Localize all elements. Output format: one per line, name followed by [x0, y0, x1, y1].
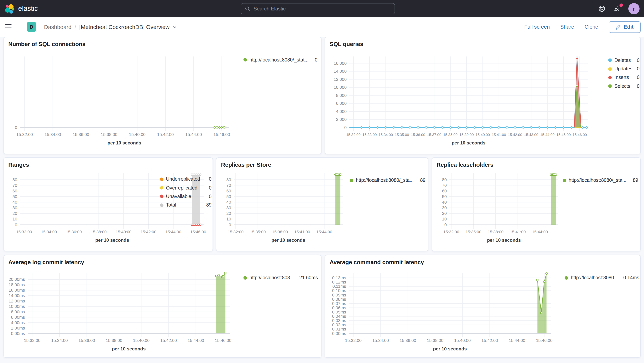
avatar[interactable]: r: [628, 3, 639, 14]
svg-text:15:34:00: 15:34:00: [372, 338, 389, 343]
legend-value: 0: [206, 176, 212, 182]
svg-text:15:35:00: 15:35:00: [395, 133, 409, 137]
svg-text:40: 40: [12, 200, 17, 205]
svg-text:15:40:00: 15:40:00: [476, 133, 490, 137]
svg-text:16,000: 16,000: [334, 61, 347, 66]
svg-text:15:38:00: 15:38:00: [90, 230, 106, 234]
svg-text:0.08ms: 0.08ms: [332, 297, 346, 302]
svg-text:6.00ms: 6.00ms: [11, 315, 25, 320]
page-title[interactable]: [Metricbeat CockroachDB] Overview: [79, 24, 177, 30]
svg-text:per 10 seconds: per 10 seconds: [452, 140, 486, 145]
svg-text:15:36:00: 15:36:00: [411, 133, 425, 137]
legend-value: 21.60ms: [296, 275, 318, 280]
chart-sql-connections[interactable]: 015:32:0015:34:0015:36:0015:38:0015:40:0…: [4, 37, 321, 154]
help-button[interactable]: [598, 5, 605, 12]
svg-text:15:46:00: 15:46:00: [213, 132, 230, 137]
panel-avg-log-commit-latency: Average log commit latency 0.00ms2.00ms4…: [3, 255, 321, 358]
legend-dot: [160, 186, 163, 190]
svg-text:80: 80: [226, 177, 231, 182]
legend-label: http://localhost:8080/_stat...: [250, 57, 308, 63]
svg-text:15:35:00: 15:35:00: [250, 230, 266, 234]
svg-text:0: 0: [344, 125, 347, 130]
clone-button[interactable]: Clone: [584, 24, 598, 30]
full-screen-button[interactable]: Full screen: [524, 24, 550, 30]
svg-text:15:42:00: 15:42:00: [157, 132, 174, 137]
share-button[interactable]: Share: [560, 24, 574, 30]
svg-text:per 10 seconds: per 10 seconds: [95, 237, 129, 243]
svg-text:15:40:00: 15:40:00: [454, 338, 471, 343]
svg-text:80: 80: [442, 177, 446, 182]
legend-dot: [160, 203, 163, 207]
legend-item[interactable]: http://localhost:8080/_sta...89: [562, 176, 638, 185]
svg-text:15:44:00: 15:44:00: [185, 132, 202, 137]
svg-text:20: 20: [226, 211, 231, 216]
svg-text:4.00ms: 4.00ms: [11, 320, 25, 325]
panel-sql-queries: SQL queries 02,0004,0006,0008,00010,0001…: [324, 37, 641, 154]
svg-text:4,000: 4,000: [336, 109, 347, 114]
pencil-icon: [616, 24, 621, 30]
legend-item[interactable]: Unavailable0: [160, 192, 212, 201]
panel-title: SQL queries: [330, 41, 363, 47]
svg-text:60: 60: [226, 189, 231, 193]
svg-text:15:32:00: 15:32:00: [228, 230, 244, 234]
svg-text:15:34:00: 15:34:00: [44, 132, 61, 137]
svg-text:0: 0: [15, 125, 17, 130]
breadcrumb: Dashboard / [Metricbeat CockroachDB] Ove…: [44, 24, 177, 30]
legend-value: 89: [203, 202, 212, 208]
legend-dot: [608, 76, 612, 79]
chart-legend: http://localhost:8080/_stat...0: [243, 56, 318, 64]
svg-text:16.00ms: 16.00ms: [8, 288, 25, 293]
legend-item[interactable]: http://localhost:8080/_sta...89: [350, 176, 426, 185]
legend-dot: [608, 58, 612, 62]
svg-text:15:44:00: 15:44:00: [509, 338, 525, 343]
svg-text:15:42:00: 15:42:00: [160, 338, 177, 343]
chart-replica-leaseholders[interactable]: 0102030405060708015:32:0015:35:0015:38:0…: [432, 158, 640, 251]
chart-legend: http://localhost:808...21.60ms: [243, 273, 318, 282]
legend-item[interactable]: Total89: [160, 201, 212, 209]
breadcrumb-dashboard-link[interactable]: Dashboard: [44, 24, 72, 30]
svg-text:15:38:00: 15:38:00: [488, 230, 503, 234]
svg-text:12,000: 12,000: [334, 77, 347, 82]
legend-item[interactable]: http://localhost:808...21.60ms: [243, 273, 318, 282]
svg-text:per 10 seconds: per 10 seconds: [487, 237, 521, 243]
brand-text: elastic: [18, 5, 38, 13]
svg-text:0.10ms: 0.10ms: [332, 288, 346, 293]
edit-button[interactable]: Edit: [609, 21, 640, 33]
svg-text:15:32:00: 15:32:00: [16, 132, 33, 137]
svg-text:15:32:00: 15:32:00: [346, 133, 360, 137]
chart-sql-queries[interactable]: 02,0004,0006,0008,00010,00012,00014,0001…: [325, 37, 640, 154]
legend-item[interactable]: Selects0: [608, 82, 640, 91]
elastic-brand[interactable]: elastic: [5, 4, 38, 14]
legend-dot: [243, 58, 247, 62]
svg-text:0.11ms: 0.11ms: [332, 284, 346, 289]
svg-text:2.00ms: 2.00ms: [11, 326, 25, 330]
legend-dot: [562, 179, 566, 182]
chart-avg-command-commit-latency[interactable]: 0.00ms0.01ms0.02ms0.03ms0.04ms0.05ms0.06…: [325, 255, 640, 357]
svg-text:15:42:00: 15:42:00: [140, 230, 156, 234]
chart-avg-log-commit-latency[interactable]: 0.00ms2.00ms4.00ms6.00ms8.00ms10.00ms12.…: [4, 255, 321, 357]
svg-text:0.12ms: 0.12ms: [332, 280, 346, 284]
svg-text:15:40:00: 15:40:00: [116, 230, 132, 234]
legend-item[interactable]: Inserts0: [608, 73, 640, 82]
menu-button[interactable]: [5, 23, 14, 32]
svg-text:0: 0: [15, 222, 17, 227]
legend-item[interactable]: Updates0: [608, 65, 640, 73]
svg-text:15:38:00: 15:38:00: [427, 338, 444, 343]
legend-item[interactable]: http://localhost:8080...0.14ms: [564, 273, 639, 282]
legend-item[interactable]: Underreplicated0: [160, 175, 212, 184]
svg-text:0.04ms: 0.04ms: [332, 314, 346, 319]
svg-text:15:36:00: 15:36:00: [66, 230, 82, 234]
chart-replicas-per-store[interactable]: 0102030405060708015:32:0015:35:0015:38:0…: [216, 158, 428, 251]
legend-dot: [350, 179, 353, 182]
legend-item[interactable]: Deletes0: [608, 56, 640, 65]
svg-text:10: 10: [442, 217, 446, 221]
svg-text:40: 40: [226, 200, 231, 205]
legend-item[interactable]: Overreplicated0: [160, 184, 212, 192]
elastic-logo-icon: [5, 4, 15, 14]
search-input[interactable]: [254, 6, 391, 12]
svg-text:70: 70: [12, 183, 17, 188]
panel-avg-command-commit-latency: Average command commit latency 0.00ms0.0…: [324, 255, 641, 358]
global-search[interactable]: [241, 3, 395, 14]
newsfeed-button[interactable]: [613, 5, 620, 12]
legend-item[interactable]: http://localhost:8080/_stat...0: [243, 56, 318, 64]
